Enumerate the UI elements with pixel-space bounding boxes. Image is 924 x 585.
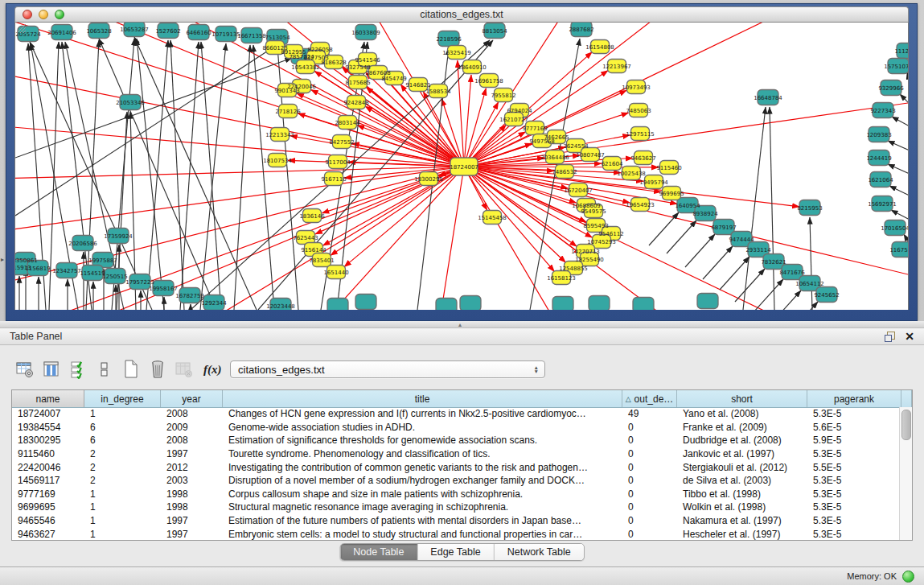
splitter-handle-icon[interactable]: ▴	[458, 321, 462, 328]
svg-text:2803144: 2803144	[335, 120, 360, 126]
graph-node[interactable]	[327, 299, 348, 311]
tab-edge-table[interactable]: Edge Table	[417, 544, 494, 560]
svg-text:1836146: 1836146	[299, 213, 325, 220]
svg-text:15145458: 15145458	[478, 215, 507, 221]
svg-text:10745293: 10745293	[587, 239, 616, 245]
close-window-button[interactable]	[23, 10, 32, 19]
svg-text:15692971: 15692971	[868, 201, 897, 208]
svg-text:20691406: 20691406	[47, 30, 76, 36]
svg-text:8175685: 8175685	[345, 80, 370, 86]
svg-text:8226058: 8226058	[307, 47, 332, 53]
column-header-name[interactable]: name	[12, 390, 84, 407]
graph-node[interactable]	[355, 295, 376, 310]
svg-text:16158123: 16158123	[547, 275, 576, 282]
table-row[interactable]: 1456911722003Disruption of a novel membe…	[12, 474, 900, 488]
svg-text:1527602: 1527602	[155, 28, 180, 35]
svg-text:9245652: 9245652	[814, 292, 839, 299]
table-body: 1872400712008Changes of HCN gene express…	[12, 407, 900, 540]
scrollbar-thumb[interactable]	[901, 410, 911, 440]
table-row[interactable]: 946362711997Embryonic stem cells: a mode…	[12, 527, 900, 541]
svg-text:9474444: 9474444	[729, 237, 754, 243]
table-row[interactable]: 977716911998Corpus callosum shape and si…	[12, 488, 900, 501]
svg-text:16961758: 16961758	[474, 78, 503, 84]
table-row[interactable]: 1830029562008Estimation of significance …	[12, 434, 900, 447]
svg-text:2218596: 2218596	[436, 36, 462, 43]
table-vertical-scrollbar[interactable]	[899, 407, 912, 540]
dropdown-stepper-icon: ▲▼	[534, 365, 539, 373]
tab-network-table[interactable]: Network Table	[495, 544, 584, 560]
column-header-short[interactable]: short	[677, 390, 807, 407]
control-panel-collapse-arrow[interactable]: ▸	[1, 256, 4, 263]
svg-text:19495794: 19495794	[639, 179, 668, 186]
graph-node[interactable]	[460, 296, 481, 311]
table-settings-button[interactable]	[14, 359, 35, 380]
svg-text:18107534: 18107534	[263, 158, 292, 164]
import-table-disabled-button[interactable]	[174, 359, 195, 380]
svg-text:1154519: 1154519	[80, 270, 105, 277]
svg-text:17957223: 17957223	[125, 279, 154, 286]
svg-text:9777169: 9777169	[522, 126, 547, 132]
close-panel-icon[interactable]: ✕	[905, 332, 914, 342]
svg-text:1640954: 1640954	[675, 203, 700, 209]
table-row[interactable]: 1938455462009Genome-wide association stu…	[12, 421, 900, 435]
zoom-window-button[interactable]	[55, 10, 64, 19]
table-row[interactable]: 911546021997Tourette syndrome. Phenomeno…	[12, 447, 900, 461]
svg-text:1250515: 1250515	[102, 274, 127, 280]
svg-text:9549575: 9549575	[581, 208, 606, 215]
new-table-button[interactable]	[121, 359, 142, 380]
network-window-titlebar[interactable]: citations_edges.txt	[14, 6, 909, 23]
column-header-pagerank[interactable]: pagerank	[807, 390, 901, 407]
graph-node[interactable]	[552, 297, 573, 311]
window-controls	[23, 10, 64, 19]
graph-node[interactable]	[697, 294, 718, 309]
table-row[interactable]: 946554611997Estimation of the future num…	[12, 514, 900, 528]
svg-text:10719135: 10719135	[211, 31, 240, 38]
network-window-title: citations_edges.txt	[420, 9, 503, 20]
graph-node[interactable]	[436, 299, 457, 311]
column-header-year[interactable]: year	[161, 390, 223, 407]
select-rows-button[interactable]	[68, 359, 88, 380]
svg-text:1112504: 1112504	[894, 48, 909, 55]
svg-text:7485063: 7485063	[626, 108, 651, 114]
svg-text:16033809: 16033809	[351, 30, 380, 36]
svg-text:12975115: 12975115	[626, 131, 655, 138]
table-row[interactable]: 2242004622012Investigating the contribut…	[12, 460, 900, 474]
svg-text:8595493: 8595493	[583, 223, 608, 229]
column-header-title[interactable]: title	[223, 390, 622, 407]
svg-text:10807487: 10807487	[576, 152, 605, 159]
svg-text:1244419: 1244419	[866, 155, 891, 162]
svg-text:1065328: 1065328	[86, 28, 111, 35]
float-panel-icon[interactable]	[885, 332, 895, 342]
minimize-window-button[interactable]	[39, 10, 48, 19]
graph-node[interactable]	[589, 296, 610, 311]
node-table: namein_degreeyeartitle△out_de…shortpager…	[11, 389, 913, 541]
svg-text:6466160: 6466160	[186, 30, 211, 36]
svg-text:3624554: 3624554	[563, 143, 589, 150]
svg-text:9901343: 9901343	[274, 88, 299, 94]
svg-text:9146821: 9146821	[405, 82, 430, 89]
tab-node-table[interactable]: Node Table	[340, 544, 417, 560]
window-resize-grip[interactable]	[15, 23, 27, 34]
svg-text:16782759: 16782759	[175, 293, 204, 299]
table-row[interactable]: 969969511998Structural magnetic resonanc…	[12, 501, 900, 514]
column-header-in_degree[interactable]: in_degree	[84, 390, 161, 407]
network-canvas[interactable]: 2055724206914061065328106532871527602646…	[14, 23, 909, 310]
status-bar: Memory: OK	[0, 566, 924, 585]
column-header-out_de[interactable]: △out_de…	[622, 390, 677, 407]
svg-text:16325419: 16325419	[442, 50, 471, 56]
svg-text:9329966: 9329966	[878, 85, 904, 92]
delete-table-button[interactable]	[147, 359, 168, 380]
function-builder-button[interactable]: f(x)	[203, 363, 222, 377]
svg-text:20206586: 20206586	[68, 241, 97, 247]
table-columns-button[interactable]	[41, 359, 62, 380]
svg-text:8813054: 8813054	[482, 28, 507, 35]
row-height-button[interactable]	[94, 359, 115, 380]
table-select-dropdown[interactable]: citations_edges.txt ▲▼	[230, 360, 545, 378]
graph-node[interactable]	[633, 298, 654, 311]
svg-text:12342757: 12342757	[52, 268, 81, 274]
svg-text:9699695: 9699695	[659, 191, 684, 197]
table-row[interactable]: 1872400712008Changes of HCN gene express…	[12, 407, 900, 421]
panel-splitter[interactable]: ▴	[0, 321, 924, 328]
svg-text:12213967: 12213967	[602, 64, 631, 70]
svg-text:16210727: 16210727	[499, 117, 528, 123]
